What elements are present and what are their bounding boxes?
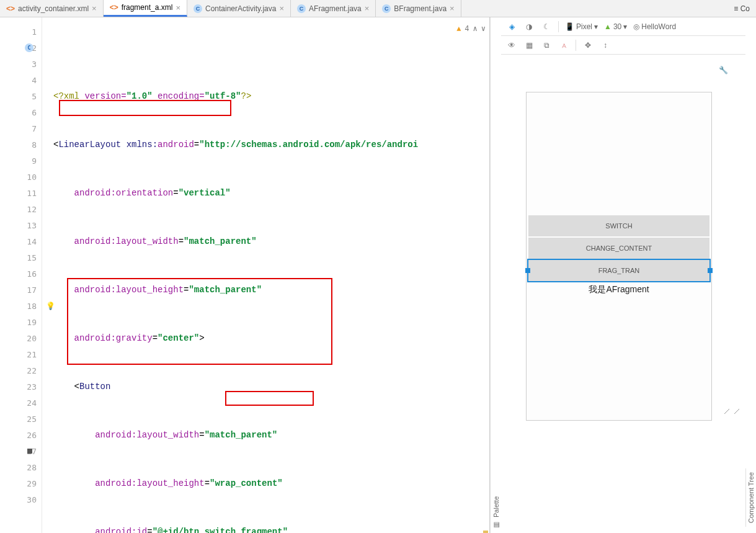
line-number: 25: [0, 411, 42, 427]
design-surface-icon[interactable]: ◈: [506, 21, 517, 32]
theme-selector[interactable]: ◎ HelloWord: [633, 22, 676, 31]
tab-container-activity[interactable]: C ContainerActivity.java ×: [187, 0, 291, 17]
warning-count: 4: [465, 21, 469, 37]
tab-label: fragment_a.xml: [122, 3, 173, 12]
view-options-toolbar: 👁 ▦ ⧉ ⟑ ✥ ↕: [501, 36, 745, 55]
editor-tabs: <> activity_container.xml × <> fragment_…: [0, 0, 756, 17]
java-icon: C: [382, 4, 391, 13]
resize-handle-icon[interactable]: ⟋⟋: [722, 406, 742, 417]
line-number: 2: [0, 40, 42, 56]
xml-icon: <>: [6, 4, 15, 13]
palette-icon: ▤: [492, 521, 500, 529]
line-number: 6: [0, 104, 42, 120]
layout-preview: ▤ Palette ◈ ◑ ☾ 📱 Pixel ▾ ▲ 30 ▾ ◎ Hello…: [490, 17, 756, 533]
eye-icon[interactable]: 👁: [506, 40, 517, 51]
close-icon[interactable]: ×: [279, 4, 284, 13]
tab-label: ContainerActivity.java: [205, 4, 277, 13]
line-number: 26: [0, 427, 42, 443]
line-number: 29: [0, 475, 42, 491]
tab-activity-container[interactable]: <> activity_container.xml ×: [0, 0, 104, 17]
overflow-menu[interactable]: ≡ Co: [727, 4, 756, 13]
expand-icon[interactable]: ↕: [600, 40, 611, 51]
close-icon[interactable]: ×: [92, 4, 97, 13]
api-selector[interactable]: ▲ 30 ▾: [604, 22, 627, 31]
device-frame: SWITCH CHANGE_CONTENT FRAG_TRAN 我是AFragm…: [526, 92, 712, 421]
line-number: 24: [0, 395, 42, 411]
clear-constraints-icon[interactable]: ⟑: [558, 40, 569, 51]
design-toolbar: ◈ ◑ ☾ 📱 Pixel ▾ ▲ 30 ▾ ◎ HelloWord: [501, 17, 745, 36]
line-number: 11: [0, 185, 42, 201]
line-number: 3: [0, 56, 42, 72]
line-number: 7: [0, 120, 42, 137]
wrench-icon[interactable]: 🔧: [719, 66, 728, 74]
line-number: 10: [0, 169, 42, 185]
preview-button-frag-tran[interactable]: FRAG_TRAN: [528, 260, 709, 281]
nav-up-icon[interactable]: ∧: [473, 21, 478, 37]
tab-label: activity_container.xml: [18, 4, 89, 13]
line-number: 13: [0, 217, 42, 233]
line-number: 9: [0, 153, 42, 169]
component-tree-tab[interactable]: Component Tree: [745, 468, 756, 527]
tab-label: AFragment.java: [309, 4, 362, 13]
line-number: 30: [0, 491, 42, 508]
line-number: 14: [0, 233, 42, 249]
design-canvas[interactable]: 🔧 SWITCH CHANGE_CONTENT FRAG_TRAN 我是AFra…: [501, 55, 745, 421]
tab-afragment[interactable]: C AFragment.java ×: [291, 0, 376, 17]
close-icon[interactable]: ×: [450, 4, 455, 13]
nav-down-icon[interactable]: ∨: [481, 21, 486, 37]
close-icon[interactable]: ×: [176, 3, 180, 12]
line-number: 16: [0, 266, 42, 282]
palette-tab[interactable]: ▤ Palette: [490, 17, 501, 533]
code-area[interactable]: ▲ 4 ∧ ∨ <?xml version="1.0" encoding="ut…: [42, 17, 489, 533]
preview-button-change-content[interactable]: CHANGE_CONTENT: [528, 238, 709, 259]
line-number: 18: [0, 298, 42, 314]
grid-icon[interactable]: ▦: [523, 40, 535, 51]
line-number: 20: [0, 330, 42, 346]
code-editor[interactable]: 1 2 3 4 5 6 7 8 9 10 11 12 13 14 15 16 1…: [0, 17, 490, 533]
java-icon: C: [193, 4, 202, 13]
line-number: 28: [0, 459, 42, 475]
line-number: 23: [0, 378, 42, 395]
inspection-summary[interactable]: ▲ 4 ∧ ∨: [456, 21, 486, 37]
close-icon[interactable]: ×: [365, 4, 370, 13]
orientation-icon[interactable]: ◑: [523, 21, 535, 32]
device-selector[interactable]: 📱 Pixel ▾: [565, 22, 598, 31]
line-number: 17: [0, 282, 42, 298]
line-number: 5: [0, 88, 42, 104]
pan-icon[interactable]: ✥: [582, 40, 594, 51]
tab-bfragment[interactable]: C BFragment.java ×: [376, 0, 461, 17]
java-icon: C: [297, 4, 306, 13]
tab-label: BFragment.java: [394, 4, 447, 13]
preview-button-switch[interactable]: SWITCH: [528, 215, 709, 236]
preview-textview[interactable]: 我是AFragment: [527, 282, 711, 298]
line-number: 19: [0, 314, 42, 330]
line-number: 15: [0, 249, 42, 266]
gutter: 1 2 3 4 5 6 7 8 9 10 11 12 13 14 15 16 1…: [0, 17, 42, 533]
line-number: 1: [0, 24, 42, 40]
magnet-icon[interactable]: ⧉: [541, 40, 552, 51]
warning-icon: ▲: [456, 21, 461, 37]
line-number: 27: [0, 443, 42, 459]
night-mode-icon[interactable]: ☾: [541, 21, 552, 32]
line-number: 4: [0, 72, 42, 88]
line-number: 8: [0, 137, 42, 153]
line-number: 22: [0, 362, 42, 378]
tab-fragment-a[interactable]: <> fragment_a.xml ×: [104, 0, 187, 17]
line-number: 12: [0, 201, 42, 217]
line-number: 21: [0, 346, 42, 362]
xml-icon: <>: [110, 3, 118, 12]
